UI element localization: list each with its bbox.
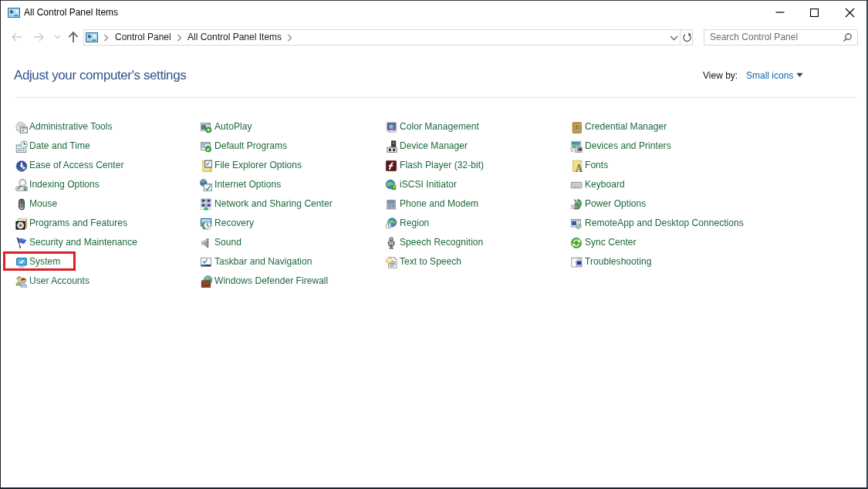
svg-text:A: A bbox=[575, 163, 583, 172]
